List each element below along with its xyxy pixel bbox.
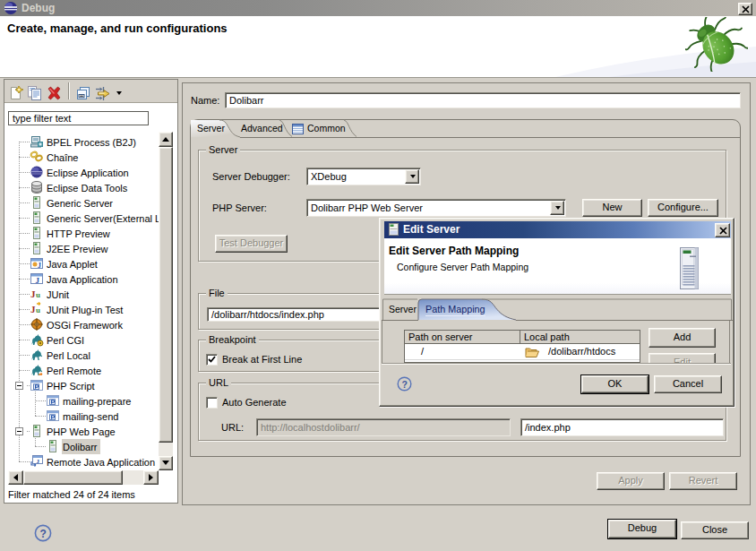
svg-text:J: J [37, 458, 40, 465]
svg-text:J: J [38, 262, 41, 270]
svg-text:?: ? [402, 379, 408, 390]
svg-text:?: ? [40, 528, 47, 540]
